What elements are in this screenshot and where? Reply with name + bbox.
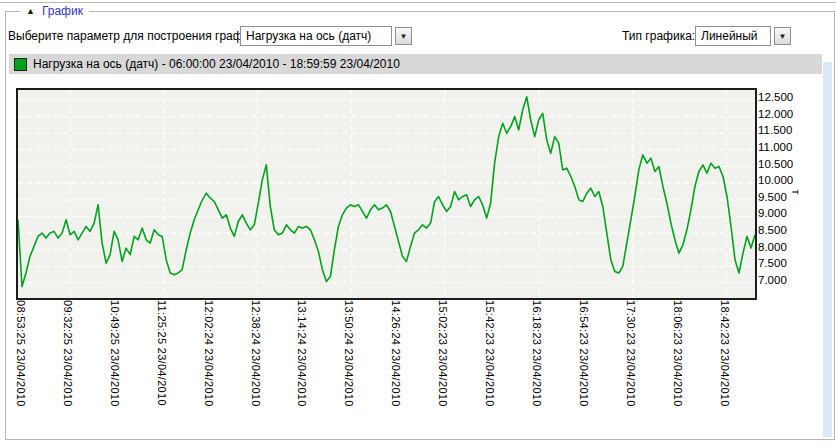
- x-tick-label: 11:25:25 23/04/2010: [156, 300, 168, 406]
- y-tick-label: 7.000: [758, 274, 787, 286]
- y-tick-label: 8.500: [758, 224, 787, 236]
- parameter-label: Выберите параметр для построения графика…: [8, 26, 265, 46]
- y-tick-label: 12.000: [758, 108, 793, 120]
- y-tick-label: 9.000: [758, 207, 787, 219]
- y-tick-label: 11.500: [758, 124, 792, 136]
- y-tick-label: 10.500: [758, 158, 793, 170]
- parameter-combobox-value: Нагрузка на ось (датч): [246, 29, 371, 43]
- chevron-down-icon: ▼: [779, 32, 787, 41]
- y-tick-label: 8.000: [758, 241, 787, 253]
- y-axis-unit-label: т: [790, 189, 802, 194]
- series-color-swatch: [14, 58, 27, 71]
- chart-section-panel: ▲ График Выберите параметр для построени…: [0, 0, 836, 447]
- chart-type-label: Тип графика:: [622, 26, 695, 46]
- x-tick-label: 18:06:23 23/04/2010: [672, 300, 684, 407]
- chart-type-dropdown-button[interactable]: ▼: [774, 27, 791, 45]
- y-tick-label: 12.500: [758, 91, 793, 103]
- x-tick-label: 16:54:23 23/04/2010: [578, 300, 590, 407]
- chart-type-combobox-value: Линейный: [701, 29, 758, 43]
- y-tick-label: 7.500: [758, 257, 787, 269]
- x-tick-label: 16:18:23 23/04/2010: [531, 300, 543, 407]
- chart-plot-svg: [18, 90, 755, 298]
- top-divider: [0, 2, 836, 3]
- section-header[interactable]: ▲ График: [20, 3, 89, 19]
- series-legend-text: Нагрузка на ось (датч) - 06:00:00 23/04/…: [33, 57, 400, 71]
- vertical-scroll-strip[interactable]: [823, 62, 832, 437]
- x-tick-label: 10:49:25 23/04/2010: [109, 300, 121, 407]
- parameter-combobox[interactable]: Нагрузка на ось (датч): [240, 26, 392, 46]
- y-tick-label: 9.500: [758, 191, 787, 203]
- chart-type-combobox[interactable]: Линейный: [695, 26, 771, 46]
- x-tick-label: 13:14:24 23/04/2010: [296, 300, 308, 407]
- x-tick-label: 13:50:24 23/04/2010: [343, 300, 355, 407]
- x-tick-label: 15:02:23 23/04/2010: [437, 300, 449, 407]
- x-tick-label: 17:30:23 23/04/2010: [625, 300, 637, 407]
- collapse-arrow-icon[interactable]: ▲: [26, 7, 35, 16]
- chart-legend-bar: Нагрузка на ось (датч) - 06:00:00 23/04/…: [9, 54, 822, 74]
- x-tick-label: 18:42:23 23/04/2010: [719, 300, 731, 407]
- x-tick-label: 12:38:24 23/04/2010: [250, 300, 262, 407]
- plot-area[interactable]: [16, 88, 757, 300]
- x-tick-label: 15:42:23 23/04/2010: [484, 300, 496, 407]
- x-tick-label: 09:32:25 23/04/2010: [62, 300, 74, 407]
- y-tick-label: 11.000: [758, 141, 792, 153]
- y-tick-label: 10.000: [758, 174, 793, 186]
- section-title[interactable]: График: [42, 4, 83, 18]
- chevron-down-icon: ▼: [400, 32, 408, 41]
- parameter-dropdown-button[interactable]: ▼: [395, 27, 412, 45]
- x-tick-label: 14:26:24 23/04/2010: [390, 300, 402, 407]
- x-tick-label: 12:02:24 23/04/2010: [203, 300, 215, 407]
- x-tick-label: 08:53:25 23/04/2010: [15, 300, 27, 407]
